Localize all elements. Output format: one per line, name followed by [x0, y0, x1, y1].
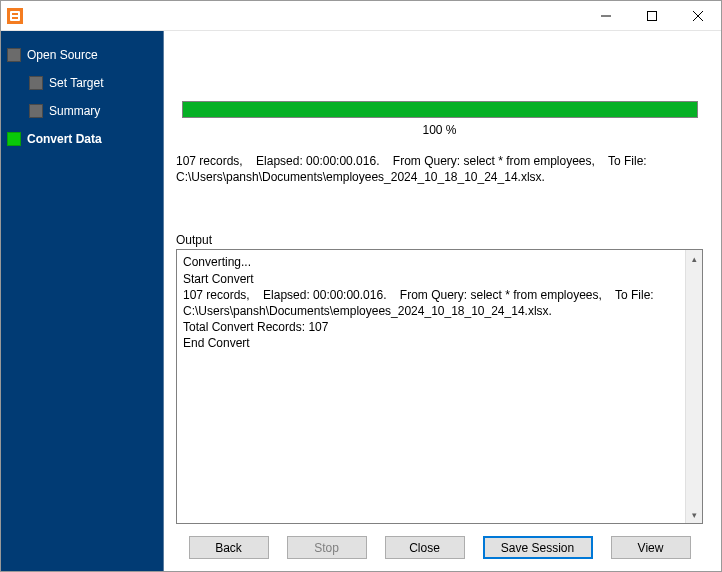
- progress-section: 100 %: [176, 101, 703, 137]
- sidebar-item-label: Summary: [49, 104, 100, 118]
- output-text[interactable]: Converting... Start Convert 107 records,…: [177, 250, 685, 523]
- progress-percent-label: 100 %: [422, 123, 456, 137]
- sidebar-item-open-source[interactable]: Open Source: [1, 41, 163, 69]
- sidebar-item-summary[interactable]: Summary: [1, 97, 163, 125]
- button-bar: Back Stop Close Save Session View: [176, 536, 703, 563]
- sidebar-item-label: Open Source: [27, 48, 98, 62]
- titlebar: [1, 1, 721, 31]
- sidebar-item-label: Convert Data: [27, 132, 102, 146]
- save-session-button[interactable]: Save Session: [483, 536, 593, 559]
- content-pane: 100 % 107 records, Elapsed: 00:00:00.016…: [164, 31, 721, 571]
- sidebar: Open Source Set Target Summary Convert D…: [1, 31, 164, 571]
- summary-text: 107 records, Elapsed: 00:00:00.016. From…: [176, 153, 703, 185]
- scroll-down-icon[interactable]: ▾: [686, 506, 702, 523]
- app-window: Open Source Set Target Summary Convert D…: [0, 0, 722, 572]
- minimize-button[interactable]: [583, 1, 629, 30]
- svg-rect-1: [10, 11, 20, 21]
- svg-rect-5: [648, 11, 657, 20]
- step-box-active-icon: [7, 132, 21, 146]
- view-button[interactable]: View: [611, 536, 691, 559]
- sidebar-item-convert-data[interactable]: Convert Data: [1, 125, 163, 153]
- sidebar-item-label: Set Target: [49, 76, 103, 90]
- stop-button: Stop: [287, 536, 367, 559]
- step-box-icon: [29, 76, 43, 90]
- progress-fill: [183, 102, 697, 117]
- close-button[interactable]: [675, 1, 721, 30]
- svg-rect-3: [12, 17, 18, 19]
- maximize-button[interactable]: [629, 1, 675, 30]
- body: Open Source Set Target Summary Convert D…: [1, 31, 721, 571]
- progress-bar: [182, 101, 698, 118]
- close-page-button[interactable]: Close: [385, 536, 465, 559]
- back-button[interactable]: Back: [189, 536, 269, 559]
- step-box-icon: [7, 48, 21, 62]
- sidebar-item-set-target[interactable]: Set Target: [1, 69, 163, 97]
- scroll-up-icon[interactable]: ▴: [686, 250, 702, 267]
- step-box-icon: [29, 104, 43, 118]
- output-label: Output: [176, 233, 703, 247]
- output-scrollbar[interactable]: ▴ ▾: [685, 250, 702, 523]
- app-icon: [7, 8, 23, 24]
- svg-rect-2: [12, 13, 18, 15]
- output-box: Converting... Start Convert 107 records,…: [176, 249, 703, 524]
